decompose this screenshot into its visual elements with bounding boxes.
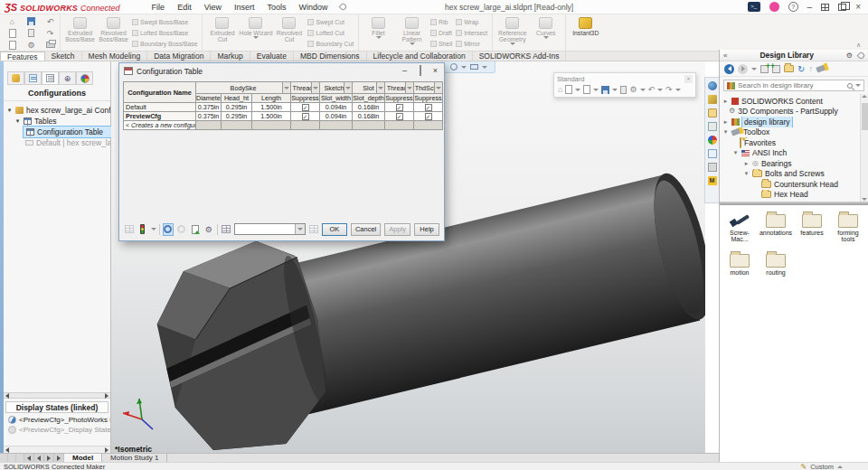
column-dropdown-icon[interactable] xyxy=(311,82,319,93)
cancel-button[interactable]: Cancel xyxy=(351,223,381,236)
draft-button[interactable]: Draft xyxy=(430,29,452,37)
library-item-features[interactable]: features xyxy=(794,210,830,249)
column-dropdown-icon[interactable] xyxy=(376,82,384,93)
config-name-cell[interactable]: PreviewCfg xyxy=(124,112,196,121)
boundary-boss-button[interactable]: Boundary Boss/Base xyxy=(132,40,197,48)
scroll-up-icon[interactable] xyxy=(862,95,867,98)
tree-item-bearings[interactable]: ▸◎Bearings xyxy=(720,158,868,169)
column-group-bodyske[interactable]: BodySke xyxy=(196,82,291,94)
search-dropdown-icon[interactable] xyxy=(855,84,861,87)
tree-scrollbar[interactable] xyxy=(860,94,868,202)
options-gear-icon[interactable]: ⚙ xyxy=(27,41,34,50)
tab-mesh-modeling[interactable]: Mesh Modeling xyxy=(82,52,148,61)
dropdown-caret[interactable] xyxy=(461,66,467,69)
configuration-combobox[interactable] xyxy=(234,223,306,235)
tree-item-hex-head[interactable]: Hex Head xyxy=(720,190,868,201)
tab-featuremanager[interactable] xyxy=(7,71,24,85)
undo-icon[interactable]: ↶ xyxy=(47,17,54,26)
collapse-ribbon-icon[interactable]: ∧ xyxy=(856,42,861,49)
wrap-button[interactable]: Wrap xyxy=(456,18,487,26)
undo-icon[interactable]: ↶ xyxy=(648,85,656,94)
dropdown-caret[interactable] xyxy=(593,89,599,91)
column-group-sketch3[interactable]: Sketch3 xyxy=(320,82,353,94)
linear-pattern-button[interactable]: Linear Pattern xyxy=(395,15,429,51)
tree-item-toolbox[interactable]: ▾Toolbox xyxy=(720,127,868,138)
preview-off-icon[interactable] xyxy=(176,223,187,236)
split-handle[interactable] xyxy=(8,454,16,462)
units-label[interactable]: Custom xyxy=(810,463,834,470)
tab-model[interactable]: Model xyxy=(64,454,102,462)
dialog-minimize-button[interactable]: – xyxy=(398,66,411,77)
panel-horizontal-scrollbar[interactable] xyxy=(4,446,110,453)
column-dropdown-icon[interactable] xyxy=(282,82,290,93)
mirror-button[interactable]: Mirror xyxy=(456,40,487,48)
tab-dimxpertmanager[interactable]: ⊕ xyxy=(59,71,76,85)
tree-item-default-config[interactable]: Default | hex screw_large_a xyxy=(4,137,110,148)
tree-item-design-library[interactable]: ▸design library xyxy=(720,117,868,127)
hole-wizard-button[interactable]: Hole Wizard xyxy=(239,15,272,51)
solidworks-resources-icon[interactable] xyxy=(708,81,717,90)
custom-properties-icon[interactable] xyxy=(708,149,717,158)
split-handle[interactable] xyxy=(16,454,24,462)
tab-data-migration[interactable]: Data Migration xyxy=(147,52,211,61)
forum-icon[interactable] xyxy=(708,163,717,172)
table-settings-gear-icon[interactable]: ⚙ xyxy=(203,223,214,236)
library-item-screw[interactable]: Screw-Mac... xyxy=(722,210,758,249)
checkbox-checked[interactable]: ✓ xyxy=(302,104,309,111)
menu-insert[interactable]: Insert xyxy=(234,3,255,12)
threads-suppress-cell[interactable]: ✓ xyxy=(385,112,414,121)
splitter-right-icon[interactable] xyxy=(105,393,108,399)
library-item-forming-tools[interactable]: forming tools xyxy=(830,210,866,249)
search-input[interactable] xyxy=(738,81,844,89)
checkbox-checked[interactable]: ✓ xyxy=(302,113,309,120)
open-icon[interactable] xyxy=(583,85,590,94)
slot-width-cell[interactable]: 0.094in xyxy=(320,112,353,121)
pattern-table-icon[interactable] xyxy=(124,223,135,236)
edit-units-icon[interactable]: ✎ xyxy=(800,463,807,470)
combobox-dropdown-icon[interactable] xyxy=(295,224,305,234)
dialog-close-button[interactable]: × xyxy=(429,66,442,77)
tab-configurationmanager[interactable] xyxy=(42,71,59,85)
dropdown-caret[interactable] xyxy=(376,36,382,39)
3dexperience-button[interactable]: >_ xyxy=(748,2,760,12)
tree-item-tables[interactable]: ▾Tables xyxy=(4,116,110,127)
print-icon[interactable] xyxy=(46,42,55,48)
toolbar-close-icon[interactable]: × xyxy=(684,75,693,83)
help-button[interactable]: ? xyxy=(788,2,798,12)
new-document-icon[interactable] xyxy=(565,85,572,94)
dropdown-caret[interactable] xyxy=(482,66,487,69)
export-table-icon[interactable] xyxy=(190,223,201,236)
home-icon[interactable]: ⌂ xyxy=(10,17,14,26)
redo-icon[interactable]: ↷ xyxy=(47,29,54,38)
save-icon[interactable] xyxy=(27,17,35,25)
reference-geometry-button[interactable]: Reference Geometry xyxy=(495,15,529,51)
visibility-stoplight-icon[interactable] xyxy=(137,223,148,236)
library-item-motion[interactable]: motion xyxy=(722,249,758,289)
restore-button[interactable] xyxy=(838,4,846,11)
tab-scroll-left-icon[interactable] xyxy=(34,454,44,462)
dropdown-caret[interactable] xyxy=(640,89,646,91)
dropdown-caret[interactable] xyxy=(410,42,415,45)
diameter-cell[interactable]: 0.375in xyxy=(196,103,222,112)
intersect-button[interactable]: Intersect xyxy=(456,29,487,37)
paste-icon[interactable] xyxy=(620,86,627,94)
add-to-library-icon[interactable] xyxy=(760,65,769,73)
tab-features[interactable]: Features xyxy=(0,52,45,61)
marketplace-icon[interactable]: M xyxy=(708,176,717,185)
lofted-boss-button[interactable]: Lofted Boss/Base xyxy=(132,29,197,37)
dropdown-caret[interactable] xyxy=(510,42,515,45)
dropdown-caret[interactable] xyxy=(751,68,757,70)
instant3d-button[interactable]: Instant3D xyxy=(569,15,602,51)
display-state-photoworks[interactable]: <PreviewCfg>_PhotoWorks Display xyxy=(4,415,110,425)
paste-icon[interactable] xyxy=(28,29,34,37)
threads-suppress-cell[interactable]: ✓ xyxy=(385,103,414,112)
scroll-right-icon[interactable] xyxy=(105,447,108,453)
boundary-cut-button[interactable]: Boundary Cut xyxy=(307,40,354,48)
config-name-cell[interactable]: Default xyxy=(124,103,196,112)
diameter-cell[interactable]: 0.375in xyxy=(196,112,222,121)
lofted-cut-button[interactable]: Lofted Cut xyxy=(307,29,354,37)
thdschp-suppress-cell[interactable]: ✓ xyxy=(414,112,443,121)
threadc-suppress-cell[interactable]: ✓ xyxy=(291,103,320,112)
window-layout-icon[interactable] xyxy=(821,4,829,11)
dialog-maximize-button[interactable] xyxy=(413,66,427,77)
